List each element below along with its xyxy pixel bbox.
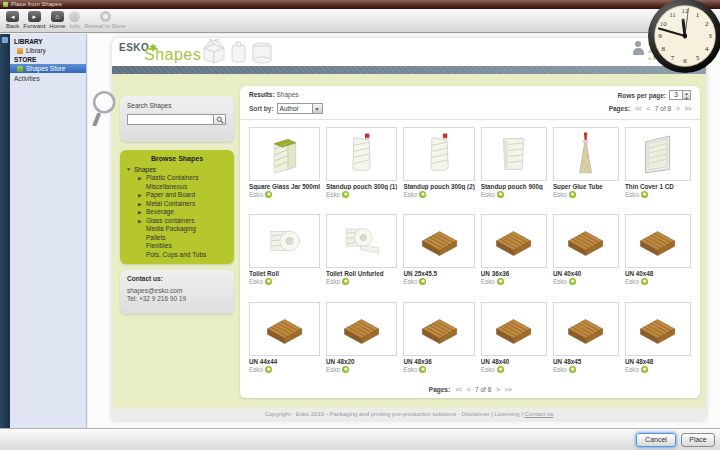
esko-badge-icon[interactable]: ✱ bbox=[641, 278, 648, 285]
shape-name: Standup pouch 300g (2) bbox=[403, 183, 474, 190]
shape-thumbnail[interactable] bbox=[481, 127, 547, 181]
sidebar-item-library[interactable]: Library bbox=[10, 46, 86, 55]
tree-node-pots-cups-and-tubs[interactable]: Pots, Cups and Tubs bbox=[126, 251, 228, 260]
search-button[interactable] bbox=[213, 114, 226, 125]
shape-card[interactable]: UN 44x44Esko✱ bbox=[249, 302, 320, 381]
shape-thumbnail[interactable] bbox=[249, 127, 320, 181]
tree-node-plastic-containers[interactable]: ▶Plastic Containers bbox=[126, 174, 228, 183]
stepper-arrows-icon[interactable]: ▲▼ bbox=[682, 91, 690, 99]
shape-thumbnail[interactable] bbox=[553, 214, 619, 268]
shape-card[interactable]: Standup pouch 900gEsko✱ bbox=[481, 127, 547, 206]
esko-badge-icon[interactable]: ✱ bbox=[569, 191, 576, 198]
results-grid: Square Glass Jar 500mlEsko✱Standup pouch… bbox=[240, 120, 700, 383]
esko-badge-icon[interactable]: ✱ bbox=[497, 366, 504, 373]
shape-thumbnail[interactable] bbox=[625, 127, 691, 181]
shape-card[interactable]: UN 48x45Esko✱ bbox=[553, 302, 619, 381]
tree-node-glass-containers[interactable]: ▶Glass containers bbox=[126, 217, 228, 226]
tree-node-metal-containers[interactable]: ▶Metal Containers bbox=[126, 200, 228, 209]
back-button[interactable]: ◂Back bbox=[6, 11, 19, 29]
shape-card[interactable]: Super Glue TubeEsko✱ bbox=[553, 127, 619, 206]
esko-badge-icon[interactable]: ✱ bbox=[265, 191, 272, 198]
shape-thumbnail[interactable] bbox=[481, 302, 547, 356]
cancel-button[interactable]: Cancel bbox=[636, 433, 676, 447]
search-input[interactable] bbox=[127, 114, 213, 125]
shape-thumbnail[interactable] bbox=[553, 127, 619, 181]
shape-thumbnail[interactable] bbox=[625, 302, 691, 356]
esko-badge-icon[interactable]: ✱ bbox=[497, 191, 504, 198]
shape-thumbnail[interactable] bbox=[249, 302, 320, 356]
shape-thumbnail[interactable] bbox=[326, 127, 397, 181]
chevron-right-icon[interactable]: ▶ bbox=[138, 200, 143, 209]
tree-node-pallets[interactable]: Pallets bbox=[126, 234, 228, 243]
shape-card[interactable]: Square Glass Jar 500mlEsko✱ bbox=[249, 127, 320, 206]
shape-thumbnail[interactable] bbox=[625, 214, 691, 268]
shape-card[interactable]: UN 25x45.5Esko✱ bbox=[403, 214, 474, 293]
shape-card[interactable]: UN 40x48Esko✱ bbox=[625, 214, 691, 293]
esko-badge-icon[interactable]: ✱ bbox=[342, 191, 349, 198]
contact-us-link[interactable]: Contact us bbox=[525, 411, 554, 417]
shape-author: Esko bbox=[625, 366, 639, 373]
sidebar-item-shapes-store[interactable]: Shapes Store bbox=[10, 64, 86, 73]
chevron-right-icon[interactable]: ▶ bbox=[138, 217, 143, 226]
last-page-button[interactable]: >> bbox=[505, 386, 512, 393]
esko-badge-icon[interactable]: ✱ bbox=[419, 366, 426, 373]
sort-select[interactable]: Author ▼ bbox=[277, 103, 323, 114]
last-page-button[interactable]: >> bbox=[684, 105, 691, 112]
chevron-down-icon[interactable]: ▼ bbox=[312, 104, 322, 113]
tree-node-paper-and-board[interactable]: ▶Paper and Board bbox=[126, 191, 228, 200]
chevron-right-icon[interactable]: ▶ bbox=[138, 191, 143, 200]
first-page-button[interactable]: << bbox=[635, 105, 642, 112]
rail-app-icon[interactable] bbox=[2, 37, 8, 43]
shape-thumbnail[interactable] bbox=[553, 302, 619, 356]
shape-card[interactable]: UN 48x36Esko✱ bbox=[403, 302, 474, 381]
shape-card[interactable]: Toilet RollEsko✱ bbox=[249, 214, 320, 293]
chevron-right-icon[interactable]: ▶ bbox=[138, 208, 143, 217]
shape-card[interactable]: UN 48x20Esko✱ bbox=[326, 302, 397, 381]
prev-page-button[interactable]: < bbox=[467, 386, 470, 393]
prev-page-button[interactable]: < bbox=[647, 105, 650, 112]
tree-node-media-packaging[interactable]: Media Packaging bbox=[126, 225, 228, 234]
shape-thumbnail[interactable] bbox=[403, 127, 474, 181]
shape-thumbnail[interactable] bbox=[249, 214, 320, 268]
chevron-right-icon[interactable]: ▶ bbox=[138, 174, 143, 183]
esko-badge-icon[interactable]: ✱ bbox=[569, 366, 576, 373]
tree-node-beverage[interactable]: ▶Beverage bbox=[126, 208, 228, 217]
window-titlebar[interactable]: Place from Shapes bbox=[0, 0, 720, 9]
esko-badge-icon[interactable]: ✱ bbox=[641, 191, 648, 198]
shape-thumbnail[interactable] bbox=[326, 302, 397, 356]
tree-node-flexibles[interactable]: Flexibles bbox=[126, 242, 228, 251]
home-button[interactable]: ⌂Home bbox=[49, 11, 65, 29]
esko-badge-icon[interactable]: ✱ bbox=[342, 278, 349, 285]
sidebar-item-activities[interactable]: Activities bbox=[10, 73, 86, 84]
rows-per-page-stepper[interactable]: 3 ▲▼ bbox=[669, 90, 691, 100]
shape-thumbnail[interactable] bbox=[403, 302, 474, 356]
first-page-button[interactable]: << bbox=[455, 386, 462, 393]
shape-card[interactable]: UN 48x40Esko✱ bbox=[481, 302, 547, 381]
shape-card[interactable]: UN 36x36Esko✱ bbox=[481, 214, 547, 293]
esko-badge-icon[interactable]: ✱ bbox=[265, 366, 272, 373]
shape-card[interactable]: UN 40x40Esko✱ bbox=[553, 214, 619, 293]
tree-node-miscellaneous[interactable]: Miscellaneous bbox=[126, 183, 228, 192]
next-page-button[interactable]: > bbox=[496, 386, 499, 393]
shape-thumbnail[interactable] bbox=[403, 214, 474, 268]
esko-badge-icon[interactable]: ✱ bbox=[342, 366, 349, 373]
esko-badge-icon[interactable]: ✱ bbox=[569, 278, 576, 285]
shape-thumbnail[interactable] bbox=[326, 214, 397, 268]
esko-badge-icon[interactable]: ✱ bbox=[641, 366, 648, 373]
shape-card[interactable]: UN 48x48Esko✱ bbox=[625, 302, 691, 381]
tree-node-shapes[interactable]: ▼ Shapes bbox=[126, 166, 228, 173]
esko-badge-icon[interactable]: ✱ bbox=[419, 278, 426, 285]
shape-card[interactable]: Toilet Roll UnfurledEsko✱ bbox=[326, 214, 397, 293]
esko-badge-icon[interactable]: ✱ bbox=[265, 278, 272, 285]
shape-card[interactable]: Thin Cover 1 CDEsko✱ bbox=[625, 127, 691, 206]
chevron-down-icon[interactable]: ▼ bbox=[126, 166, 131, 173]
next-page-button[interactable]: > bbox=[676, 105, 679, 112]
contact-email[interactable]: shapes@esko.com bbox=[127, 287, 227, 295]
place-button[interactable]: Place bbox=[681, 433, 715, 447]
shape-thumbnail[interactable] bbox=[481, 214, 547, 268]
esko-badge-icon[interactable]: ✱ bbox=[419, 191, 426, 198]
esko-badge-icon[interactable]: ✱ bbox=[497, 278, 504, 285]
shape-card[interactable]: Standup pouch 300g (1)Esko✱ bbox=[326, 127, 397, 206]
forward-button[interactable]: ▸Forward bbox=[23, 11, 45, 29]
shape-card[interactable]: Standup pouch 300g (2)Esko✱ bbox=[403, 127, 474, 206]
